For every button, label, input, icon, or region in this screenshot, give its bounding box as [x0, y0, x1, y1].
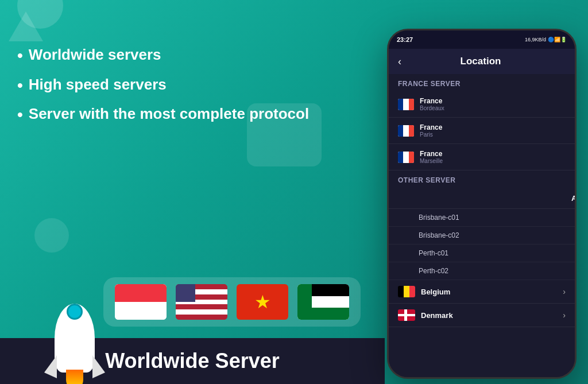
flag-sg-top [115, 284, 167, 302]
sub-server-perth-c01[interactable]: Perth-c01 [389, 245, 575, 262]
china-star: ★ [254, 291, 271, 313]
flag-china: ★ [237, 284, 288, 320]
country-denmark-header[interactable]: Denmark › [389, 304, 575, 327]
flag-uae [297, 284, 349, 320]
status-data-speed: 16,9KB/d [525, 37, 546, 42]
status-time: 23:27 [397, 36, 413, 43]
belgium-chevron: › [563, 287, 566, 296]
phone-content-scroll[interactable]: France Server France Bordeaux France P [389, 74, 575, 377]
bullet-item-2: • High speed servers [17, 76, 350, 95]
other-section-header: Other Server [389, 170, 575, 188]
server-country-marseille: France [420, 150, 566, 158]
bg-circle-mid-decoration [34, 218, 69, 253]
flag-ae-right [312, 284, 349, 320]
sub-server-perth-c02[interactable]: Perth-c02 [389, 262, 575, 280]
bullet-item-1: • Worldwide servers [17, 46, 350, 65]
bullet-text-2: High speed servers [29, 76, 167, 94]
server-item-bordeaux[interactable]: France Bordeaux [389, 91, 575, 118]
flag-ae-left [297, 284, 312, 320]
left-content-panel: • Worldwide servers • High speed servers… [17, 46, 350, 142]
flag-denmark [398, 309, 415, 321]
server-info-marseille: France Marseille [420, 150, 566, 164]
country-belgium-header[interactable]: Belgium › [389, 280, 575, 304]
flag-belgium [398, 286, 415, 297]
bottom-bar-title: Worldwide Server [105, 349, 279, 373]
bullet-text-1: Worldwide servers [29, 46, 161, 64]
flag-usa [176, 284, 227, 320]
flag-usa-canton [176, 284, 195, 302]
server-info-paris: France Paris [420, 123, 566, 138]
server-info-bordeaux: France Bordeaux [420, 97, 566, 111]
bullet-text-3: Server with the most complete protocol [29, 105, 309, 123]
back-button[interactable]: ‹ [398, 56, 401, 68]
country-australia-header[interactable]: Australia ∨ [389, 188, 575, 209]
status-icons: 16,9KB/d 🔵📶🔋 [525, 37, 567, 42]
france-section-header: France Server [389, 74, 575, 91]
rocket-fin-right [92, 355, 105, 378]
denmark-name: Denmark [421, 311, 557, 320]
bullet-dot-2: • [17, 76, 23, 95]
flags-strip: ★ [103, 277, 361, 327]
sub-server-brisbane-c02[interactable]: Brisbane-c02 [389, 227, 575, 245]
nav-title: Location [407, 56, 554, 67]
bullet-item-3: • Server with the most complete protocol [17, 105, 350, 125]
belgium-name: Belgium [421, 288, 557, 296]
server-city-paris: Paris [420, 131, 566, 138]
rocket-fin-left [44, 355, 57, 378]
status-signal-icons: 🔵📶🔋 [548, 37, 567, 42]
phone-nav-bar: ‹ Location [389, 49, 575, 74]
server-country-bordeaux: France [420, 97, 566, 105]
rocket-illustration [34, 269, 115, 384]
flag-sg-bottom [115, 302, 167, 320]
rocket-flame [66, 370, 83, 384]
phone-status-bar: 23:27 16,9KB/d 🔵📶🔋 [389, 30, 575, 49]
australia-name: Australia [571, 194, 575, 203]
server-item-marseille[interactable]: France Marseille [389, 144, 575, 170]
server-city-bordeaux: Bordeaux [420, 105, 566, 111]
feature-list: • Worldwide servers • High speed servers… [17, 46, 350, 125]
bullet-dot-3: • [17, 105, 23, 125]
flag-france-bordeaux [398, 99, 414, 110]
bullet-dot-1: • [17, 46, 23, 65]
flag-france-marseille [398, 152, 414, 163]
rocket-body [55, 304, 95, 373]
flag-france-paris [398, 125, 414, 137]
phone-mockup: 23:27 16,9KB/d 🔵📶🔋 ‹ Location France Ser… [387, 29, 577, 379]
server-city-marseille: Marseille [420, 158, 566, 164]
sub-server-brisbane-c01[interactable]: Brisbane-c01 [389, 209, 575, 227]
flag-singapore [115, 284, 167, 320]
server-country-paris: France [420, 123, 566, 131]
rocket-window [67, 304, 83, 320]
server-item-paris[interactable]: France Paris [389, 118, 575, 144]
denmark-chevron: › [563, 311, 566, 320]
